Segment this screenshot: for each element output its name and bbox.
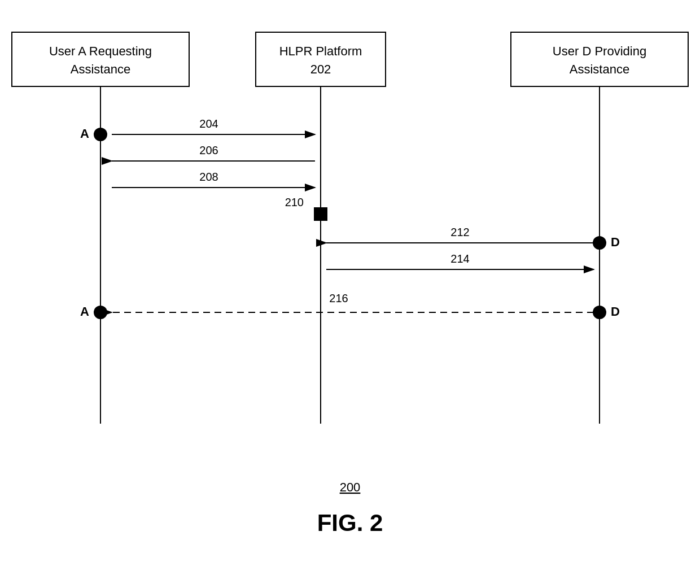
diagram-container: User A Requesting Assistance HLPR Platfo… — [0, 0, 700, 588]
actor-box-hlpr — [256, 32, 386, 86]
message-208-label: 208 — [199, 171, 218, 183]
dot-D1 — [593, 236, 606, 250]
message-216-label: 216 — [329, 292, 348, 304]
actor-label-hlpr-line2: 202 — [310, 62, 331, 76]
mark-210-label: 210 — [285, 196, 304, 208]
dot-A1-label: A — [80, 127, 89, 141]
message-204-label: 204 — [199, 117, 218, 130]
actor-label-hlpr: HLPR Platform — [279, 44, 362, 58]
actor-label-userA: User A Requesting — [49, 44, 152, 58]
dot-D2 — [593, 306, 606, 319]
message-206-label: 206 — [199, 144, 218, 156]
message-212-label: 212 — [450, 226, 469, 238]
dot-D1-label: D — [611, 235, 620, 249]
actor-label-userD-line2: Assistance — [570, 62, 629, 76]
dot-A2-label: A — [80, 304, 89, 319]
actor-box-userD — [511, 32, 688, 86]
dot-A2 — [94, 306, 107, 319]
figure-number: 200 — [340, 480, 361, 494]
message-214-label: 214 — [450, 252, 469, 265]
actor-box-userA — [12, 32, 189, 86]
mark-210 — [314, 207, 327, 221]
actor-label-userA-line2: Assistance — [71, 62, 130, 76]
dot-A1 — [94, 128, 107, 141]
sequence-diagram: User A Requesting Assistance HLPR Platfo… — [0, 0, 700, 588]
actor-label-userD: User D Providing — [553, 44, 646, 58]
dot-D2-label: D — [611, 304, 620, 319]
figure-caption: FIG. 2 — [317, 509, 383, 536]
